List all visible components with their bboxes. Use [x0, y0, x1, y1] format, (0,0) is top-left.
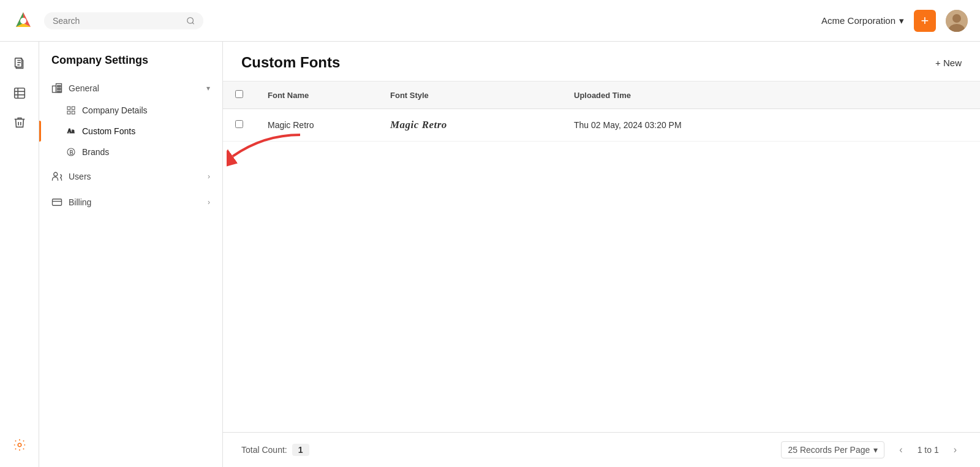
topbar-right: Acme Corporation ▾ + — [821, 10, 968, 32]
search-input[interactable] — [53, 16, 181, 26]
icon-rail — [0, 42, 39, 467]
page-title: Custom Fonts — [241, 54, 340, 71]
billing-chevron: › — [208, 198, 210, 207]
svg-point-12 — [18, 443, 21, 447]
svg-rect-13 — [53, 86, 56, 93]
table-row: Magic Retro Magic Retro Thu 02 May, 2024… — [223, 109, 980, 142]
company-selector[interactable]: Acme Corporation ▾ — [821, 15, 904, 26]
content-area: Custom Fonts + New Font Name Font Style … — [223, 42, 980, 467]
add-button[interactable]: + — [914, 10, 936, 32]
per-page-label: 25 Records Per Page — [788, 445, 870, 455]
grid-icon — [66, 105, 76, 115]
sidebar: Company Settings General ▾ — [39, 42, 223, 467]
topbar: Acme Corporation ▾ + — [0, 0, 980, 42]
brands-label: Brands — [82, 147, 109, 157]
rail-list-icon[interactable] — [7, 81, 32, 105]
new-button[interactable]: + New — [935, 58, 962, 68]
rail-document-icon[interactable] — [7, 51, 32, 76]
prev-page-button[interactable]: ‹ — [894, 442, 907, 458]
uploaded-time-header: Uploaded Time — [562, 82, 980, 109]
svg-point-5 — [952, 14, 961, 23]
building-icon — [51, 83, 62, 94]
svg-rect-18 — [58, 88, 59, 89]
pagination-info: 1 to 1 — [918, 445, 939, 455]
footer-right: 25 Records Per Page ▾ ‹ 1 to 1 › — [781, 441, 962, 458]
svg-text:Aa: Aa — [67, 128, 75, 134]
font-name-header: Font Name — [255, 82, 378, 109]
custom-fonts-label: Custom Fonts — [82, 126, 135, 136]
svg-rect-17 — [59, 86, 61, 87]
svg-point-1 — [20, 18, 26, 24]
circle-b-icon — [66, 147, 76, 157]
uploaded-time-cell: Thu 02 May, 2024 03:20 PM — [562, 109, 980, 142]
total-count-section: Total Count: 1 — [241, 444, 309, 456]
sidebar-section-billing: Billing › — [39, 191, 222, 214]
font-icon: Aa — [66, 126, 76, 136]
users-label: Users — [69, 172, 202, 181]
svg-rect-19 — [59, 88, 61, 89]
table-footer: Total Count: 1 25 Records Per Page ▾ ‹ 1… — [223, 432, 980, 467]
rail-settings-icon[interactable] — [7, 433, 32, 457]
svg-rect-29 — [53, 199, 62, 206]
sidebar-billing-header[interactable]: Billing › — [39, 191, 222, 214]
active-indicator — [39, 121, 41, 142]
general-chevron: ▾ — [206, 84, 210, 93]
select-all-checkbox[interactable] — [235, 90, 243, 98]
users-icon — [51, 171, 62, 182]
table-header-row: Font Name Font Style Uploaded Time — [223, 82, 980, 109]
search-icon — [186, 16, 195, 26]
svg-rect-22 — [67, 107, 70, 110]
svg-rect-23 — [72, 107, 75, 110]
svg-line-3 — [192, 22, 194, 24]
per-page-chevron-icon: ▾ — [873, 445, 878, 455]
svg-rect-25 — [72, 111, 75, 114]
row-checkbox-cell — [223, 109, 255, 142]
row-checkbox[interactable] — [235, 120, 243, 128]
svg-point-28 — [54, 172, 58, 176]
rail-trash-icon[interactable] — [7, 110, 32, 135]
checkbox-header — [223, 82, 255, 109]
chevron-down-icon: ▾ — [899, 15, 904, 26]
svg-rect-20 — [58, 91, 59, 93]
sidebar-item-brands[interactable]: Brands — [39, 142, 222, 162]
svg-rect-21 — [59, 91, 61, 93]
svg-rect-24 — [67, 111, 70, 114]
search-box — [44, 12, 203, 29]
content-header: Custom Fonts + New — [223, 42, 980, 82]
font-style-preview: Magic Retro — [390, 119, 447, 131]
fonts-table-wrap: Font Name Font Style Uploaded Time Magic… — [223, 82, 980, 432]
app-logo[interactable] — [12, 10, 34, 32]
total-count-badge: 1 — [292, 444, 309, 456]
billing-label: Billing — [69, 197, 202, 207]
fonts-table: Font Name Font Style Uploaded Time Magic… — [223, 82, 980, 142]
sidebar-section-general: General ▾ Company Details Aa Cust — [39, 77, 222, 162]
sidebar-section-users: Users › — [39, 165, 222, 188]
users-chevron: › — [208, 172, 210, 181]
avatar[interactable] — [946, 10, 968, 32]
company-name-label: Acme Corporation — [821, 15, 895, 26]
font-style-cell: Magic Retro — [378, 109, 562, 142]
svg-rect-8 — [14, 88, 24, 99]
svg-rect-16 — [58, 86, 59, 87]
sidebar-title: Company Settings — [39, 54, 222, 77]
main-layout: Company Settings General ▾ — [0, 42, 980, 467]
sidebar-item-custom-fonts[interactable]: Aa Custom Fonts — [39, 121, 222, 142]
company-details-label: Company Details — [82, 105, 148, 115]
general-label: General — [69, 83, 200, 93]
svg-point-2 — [187, 17, 193, 23]
per-page-selector[interactable]: 25 Records Per Page ▾ — [781, 441, 884, 458]
next-page-button[interactable]: › — [949, 442, 962, 458]
sidebar-users-header[interactable]: Users › — [39, 165, 222, 188]
font-style-header: Font Style — [378, 82, 562, 109]
font-name-cell: Magic Retro — [255, 109, 378, 142]
total-count-label: Total Count: — [241, 445, 287, 455]
sidebar-general-header[interactable]: General ▾ — [39, 77, 222, 100]
sidebar-item-company-details[interactable]: Company Details — [39, 100, 222, 121]
billing-icon — [51, 197, 62, 208]
